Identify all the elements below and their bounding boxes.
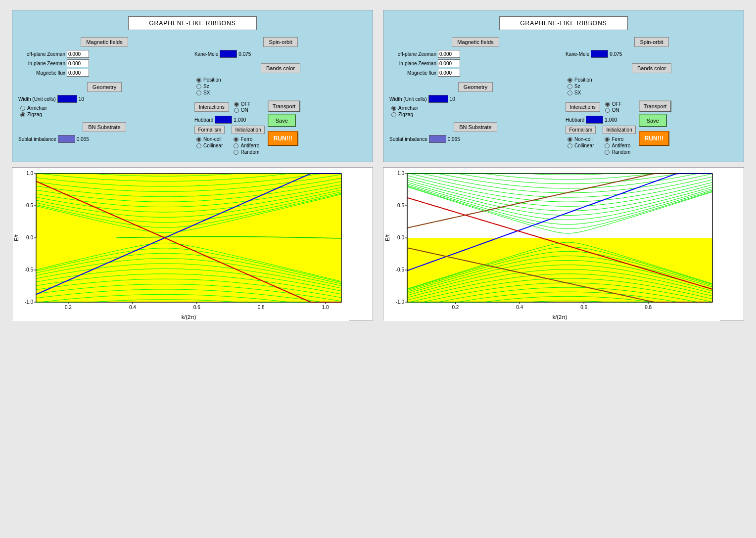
- kane-mele-input-2[interactable]: [591, 50, 608, 58]
- sx-radio-1[interactable]: SX: [196, 90, 365, 95]
- formalism-title-2: Formalism: [566, 126, 596, 134]
- on-label-1: ON: [241, 107, 248, 113]
- in-plane-input-2[interactable]: [438, 59, 460, 67]
- zigzag-dot-2: [391, 112, 396, 117]
- width-input-2[interactable]: [428, 95, 448, 103]
- magnetic-fields-title-1: Magnetic fields: [81, 37, 128, 47]
- armchair-radio-2[interactable]: Armchair: [391, 105, 560, 111]
- zigzag-radio-1[interactable]: Zigzag: [20, 112, 189, 117]
- interactions-label-2: Interactions: [566, 102, 600, 112]
- panel-title-left: GRAPHENE-LIKE RIBBONS: [128, 16, 257, 30]
- ferro-label-2: Ferro: [612, 136, 623, 142]
- ferro-dot-1: [234, 137, 238, 142]
- geometry-section-2: Geometry Width (Unit cells) 10 Armchair: [389, 82, 562, 118]
- kane-mele-input-1[interactable]: [220, 50, 237, 58]
- off-on-radio-1: OFF ON: [232, 100, 253, 114]
- left-col-2: Magnetic fields off-plane Zeeman in-plan…: [389, 37, 562, 156]
- in-plane-row-2: in-plane Zeeman: [389, 59, 562, 67]
- width-label-1: Width (Unit cells): [18, 96, 56, 102]
- transport-button-2[interactable]: Transport: [639, 100, 672, 112]
- on-radio-2[interactable]: ON: [605, 107, 622, 113]
- non-coll-dot-2: [567, 137, 572, 142]
- sublat-input-1[interactable]: [58, 135, 75, 143]
- bands-color-title-1: Bands color: [261, 63, 300, 73]
- right-col-1: Spin-orbit Kane-Mele 0.075 Bands color P…: [194, 37, 367, 156]
- hubbard-label-1: Hubbard: [194, 117, 213, 123]
- hubbard-row-1: Hubbard 1.000: [194, 116, 265, 124]
- kane-mele-value-2: 0.075: [610, 51, 622, 57]
- position-dot-2: [567, 78, 572, 83]
- width-value-2: 10: [450, 96, 455, 102]
- init-radio-1: Ferro Antiferro Random: [232, 135, 264, 156]
- panels-container: GRAPHENE-LIKE RIBBONS Magnetic fields of…: [12, 10, 744, 162]
- right-buttons-2: Transport Save RUN!!!: [639, 100, 672, 146]
- antiferro-label-2: Antiferro: [612, 143, 630, 148]
- panel-right: GRAPHENE-LIKE RIBBONS Magnetic fields of…: [383, 10, 744, 162]
- armchair-radio-1[interactable]: Armchair: [20, 105, 189, 111]
- random-label-2: Random: [612, 149, 630, 155]
- save-button-2[interactable]: Save: [639, 114, 667, 127]
- width-input-1[interactable]: [57, 95, 77, 103]
- mag-flux-label-1: Magnetic flux: [18, 70, 65, 76]
- init-box-1: Initialization Ferro Antiferro: [232, 126, 264, 156]
- geometry-radio-group-2: Armchair Zigzag: [389, 104, 562, 118]
- random-radio-2[interactable]: Random: [605, 149, 633, 155]
- run-button-2[interactable]: RUN!!!: [639, 131, 669, 146]
- ferro-radio-1[interactable]: Ferro: [234, 136, 262, 142]
- non-coll-radio-1[interactable]: Non-coll: [196, 136, 223, 142]
- zigzag-radio-2[interactable]: Zigzag: [391, 112, 560, 117]
- antiferro-radio-2[interactable]: Antiferro: [605, 143, 633, 148]
- in-plane-input-1[interactable]: [67, 59, 89, 67]
- mag-flux-input-2[interactable]: [438, 69, 460, 77]
- hubbard-input-2[interactable]: [586, 116, 603, 124]
- zigzag-label-1: Zigzag: [27, 112, 42, 117]
- armchair-label-1: Armchair: [27, 105, 47, 111]
- sz-radio-2[interactable]: Sz: [567, 84, 736, 89]
- kane-mele-row-1: Kane-Mele 0.075: [194, 50, 367, 58]
- non-coll-radio-2[interactable]: Non-coll: [567, 136, 594, 142]
- interactions-transport-1: Interactions OFF ON: [194, 100, 367, 156]
- random-dot-1: [234, 150, 238, 155]
- off-radio-2[interactable]: OFF: [605, 101, 622, 107]
- hubbard-row-2: Hubbard 1.000: [566, 116, 636, 124]
- mag-flux-input-1[interactable]: [67, 69, 89, 77]
- antiferro-dot-2: [605, 143, 610, 148]
- init-title-2: Initialization: [603, 126, 635, 134]
- transport-button-1[interactable]: Transport: [268, 100, 301, 112]
- ferro-radio-2[interactable]: Ferro: [605, 136, 633, 142]
- on-label-2: ON: [612, 107, 619, 113]
- sz-radio-1[interactable]: Sz: [196, 84, 365, 89]
- collinear-radio-2[interactable]: Collinear: [567, 143, 594, 148]
- bn-substrate-title-1: BN Substrate: [83, 122, 126, 132]
- plot-canvas-left: [12, 168, 349, 321]
- hubbard-label-2: Hubbard: [566, 117, 584, 123]
- bands-radio-group-1: Position Sz SX: [194, 76, 367, 96]
- mag-flux-row-2: Magnetic flux: [389, 69, 562, 77]
- position-radio-1[interactable]: Position: [196, 77, 365, 83]
- interactions-section-1: Interactions OFF ON: [194, 100, 265, 156]
- interactions-label-1: Interactions: [194, 102, 229, 112]
- off-radio-1[interactable]: OFF: [234, 101, 251, 107]
- sublat-input-2[interactable]: [429, 135, 446, 143]
- left-col-1: Magnetic fields off-plane Zeeman in-plan…: [18, 37, 190, 156]
- off-plane-input-1[interactable]: [67, 50, 89, 58]
- save-button-1[interactable]: Save: [268, 114, 296, 127]
- random-radio-1[interactable]: Random: [234, 149, 262, 155]
- init-box-2: Initialization Ferro Antiferro: [603, 126, 635, 156]
- plot-left: [12, 167, 373, 320]
- kane-mele-row-2: Kane-Mele 0.075: [566, 50, 738, 58]
- interactions-transport-2: Interactions OFF ON: [566, 100, 738, 156]
- antiferro-radio-1[interactable]: Antiferro: [234, 143, 262, 148]
- collinear-radio-1[interactable]: Collinear: [196, 143, 223, 148]
- formalism-radio-2: Non-coll Collinear: [566, 135, 596, 149]
- on-radio-1[interactable]: ON: [234, 107, 251, 113]
- position-radio-2[interactable]: Position: [567, 77, 736, 83]
- run-button-1[interactable]: RUN!!!: [268, 131, 298, 146]
- position-dot-1: [196, 78, 201, 83]
- magnetic-fields-title-2: Magnetic fields: [452, 37, 499, 47]
- bn-substrate-title-2: BN Substrate: [454, 122, 497, 132]
- kane-mele-value-1: 0.075: [238, 51, 251, 57]
- hubbard-input-1[interactable]: [215, 116, 232, 124]
- sx-radio-2[interactable]: SX: [567, 90, 736, 95]
- off-plane-input-2[interactable]: [438, 50, 460, 58]
